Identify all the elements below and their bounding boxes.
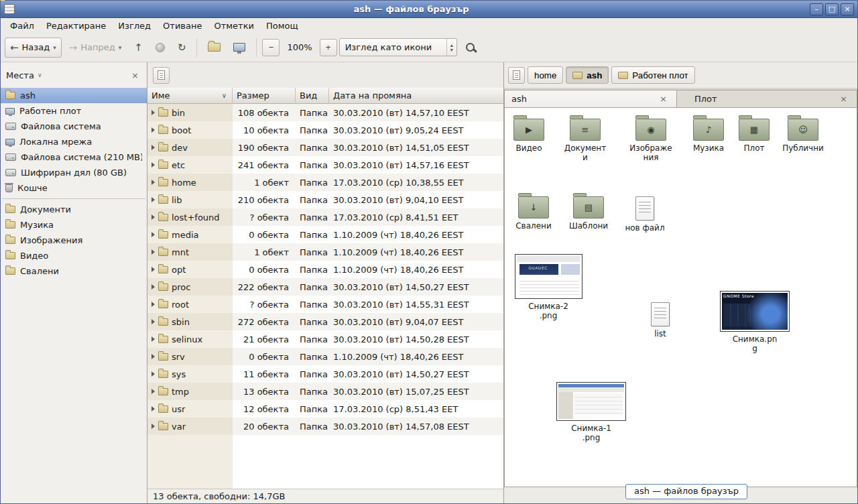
table-row[interactable]: var 20 обекта Папка 30.03.2010 (вт) 14,5… xyxy=(147,418,503,435)
expander-icon[interactable] xyxy=(151,232,155,237)
image-item[interactable]: GNOME Store Снимка.png xyxy=(718,291,792,353)
expander-icon[interactable] xyxy=(151,127,155,133)
pathbar-button[interactable]: home xyxy=(528,66,563,84)
table-row[interactable]: etc 241 обекта Папка 30.03.2010 (вт) 14,… xyxy=(147,156,503,174)
sidebar-item[interactable]: Локална мрежа xyxy=(1,134,147,149)
home-button[interactable] xyxy=(202,38,226,58)
expander-icon[interactable] xyxy=(151,389,155,394)
places-dropdown-icon[interactable]: ∨ xyxy=(38,72,42,78)
table-row[interactable]: root ? обекта Папка 30.03.2010 (вт) 14,5… xyxy=(147,296,503,313)
expander-icon[interactable] xyxy=(151,267,155,272)
menu-item[interactable]: Изглед xyxy=(113,19,156,32)
table-row[interactable]: tmp 13 обекта Папка 30.03.2010 (вт) 15,0… xyxy=(147,383,503,400)
expander-icon[interactable] xyxy=(151,319,155,324)
forward-dropdown-icon[interactable]: ▾ xyxy=(119,44,122,51)
folder-item[interactable]: ▦ Плот xyxy=(730,119,778,153)
table-row[interactable]: mnt 1 обект Папка 1.10.2009 (чт) 18,40,2… xyxy=(147,243,503,261)
table-row[interactable]: boot 10 обекта Папка 30.03.2010 (вт) 9,0… xyxy=(147,121,503,139)
zoom-in-button[interactable]: + xyxy=(320,39,337,56)
image-item[interactable]: Снимка-1.png xyxy=(554,382,628,442)
tab-close-icon[interactable]: × xyxy=(837,94,850,104)
reload-button[interactable]: ↻ xyxy=(172,38,192,58)
sidebar-item[interactable]: Свалени xyxy=(1,263,147,279)
places-close-icon[interactable]: × xyxy=(129,70,141,80)
expander-icon[interactable] xyxy=(151,214,155,220)
expander-icon[interactable] xyxy=(151,145,155,150)
stop-button[interactable] xyxy=(150,38,170,58)
search-button[interactable] xyxy=(459,37,482,58)
tab-plot[interactable]: Плот × xyxy=(677,90,857,107)
file-item[interactable]: list xyxy=(636,302,684,338)
back-button[interactable]: ← Назад ▾ xyxy=(5,38,62,58)
folder-item[interactable]: ≡ Документи xyxy=(561,119,609,162)
expander-icon[interactable] xyxy=(151,302,155,307)
folder-item[interactable]: ☺ Публични xyxy=(779,119,827,153)
tab-close-icon[interactable]: × xyxy=(657,94,670,104)
folder-item[interactable]: ▶ Видео xyxy=(505,119,553,153)
up-button[interactable]: ↑ xyxy=(129,38,148,58)
column-header-date[interactable]: Дата на промяна xyxy=(329,88,503,104)
expander-icon[interactable] xyxy=(151,354,155,359)
menu-item[interactable]: Отметки xyxy=(208,19,259,32)
sidebar-item[interactable]: Файлова система xyxy=(1,119,147,134)
table-row[interactable]: usr 12 обекта Папка 17.03.2010 (ср) 8,51… xyxy=(147,400,503,418)
expander-icon[interactable] xyxy=(151,424,155,429)
sidebar-item[interactable]: Работен плот xyxy=(1,103,147,119)
menu-item[interactable]: Редактиране xyxy=(41,19,111,32)
expander-icon[interactable] xyxy=(151,284,155,290)
expander-icon[interactable] xyxy=(151,406,155,412)
table-row[interactable]: lost+found ? обекта Папка 17.03.2010 (ср… xyxy=(147,208,503,226)
column-header-size[interactable]: Размер xyxy=(233,88,296,104)
close-button[interactable]: × xyxy=(841,3,854,15)
pathbar-button[interactable]: ash xyxy=(566,66,609,84)
menu-item[interactable]: Помощ xyxy=(261,19,304,32)
titlebar[interactable]: ash — файлов браузър – □ × xyxy=(1,1,857,18)
table-row[interactable]: home 1 обект Папка 17.03.2010 (ср) 10,38… xyxy=(147,174,503,191)
file-item[interactable]: нов файл xyxy=(621,196,669,233)
column-header-name[interactable]: Име ∨ xyxy=(147,88,233,104)
sidebar-item[interactable]: Файлова система (210 MB) xyxy=(1,149,147,165)
folder-item[interactable]: ▤ Шаблони xyxy=(564,196,613,231)
table-row[interactable]: selinux 21 обекта Папка 30.03.2010 (вт) … xyxy=(147,330,503,348)
table-row[interactable]: srv 0 обекта Папка 1.10.2009 (чт) 18,40,… xyxy=(147,348,503,365)
table-row[interactable]: media 0 обекта Папка 1.10.2009 (чт) 18,4… xyxy=(147,226,503,243)
forward-button[interactable]: → Напред ▾ xyxy=(64,38,127,58)
menu-item[interactable]: Файл xyxy=(5,19,40,32)
back-dropdown-icon[interactable]: ▾ xyxy=(53,44,56,51)
tab-ash[interactable]: ash × xyxy=(504,90,677,107)
table-row[interactable]: sys 11 обекта Папка 30.03.2010 (вт) 14,5… xyxy=(147,365,503,383)
expander-icon[interactable] xyxy=(151,197,155,202)
sidebar-item[interactable]: Кошче xyxy=(1,180,147,196)
expander-icon[interactable] xyxy=(151,162,155,168)
sidebar-item[interactable]: Музика xyxy=(1,217,147,233)
sidebar-item[interactable]: Документи xyxy=(1,202,147,217)
table-row[interactable]: opt 0 обекта Папка 1.10.2009 (чт) 18,40,… xyxy=(147,261,503,278)
zoom-out-button[interactable]: − xyxy=(262,39,280,56)
folder-item[interactable]: ↓ Свалени xyxy=(509,196,558,231)
combo-spinner-icon[interactable]: ▴▾ xyxy=(446,39,456,56)
computer-button[interactable] xyxy=(228,38,251,58)
expander-icon[interactable] xyxy=(151,180,155,185)
table-row[interactable]: sbin 272 обекта Папка 30.03.2010 (вт) 9,… xyxy=(147,313,503,330)
sidebar-item[interactable]: Шифриран дял (80 GB) xyxy=(1,165,147,180)
pathbar-button[interactable]: Работен плот xyxy=(611,66,694,84)
view-mode-select[interactable]: Изглед като икони ▴▾ xyxy=(339,38,457,56)
table-row[interactable]: bin 108 обекта Папка 30.03.2010 (вт) 14,… xyxy=(147,104,503,121)
folder-item[interactable]: ♪ Музика xyxy=(684,119,733,153)
table-row[interactable]: lib 210 обекта Папка 30.03.2010 (вт) 9,0… xyxy=(147,191,503,208)
table-row[interactable]: dev 190 обекта Папка 30.03.2010 (вт) 14,… xyxy=(147,139,503,156)
sidebar-item[interactable]: Видео xyxy=(1,248,147,263)
expander-icon[interactable] xyxy=(151,110,155,115)
sidebar-item[interactable]: ash xyxy=(1,88,147,103)
pane-location-button[interactable] xyxy=(153,67,170,84)
icon-view[interactable]: ▶ Видео ≡ Документи ◉ Изображения ♪ Музи… xyxy=(504,108,857,487)
menu-item[interactable]: Отиване xyxy=(158,19,207,32)
image-item[interactable]: GUADEC Снимка-2.png xyxy=(511,254,585,320)
folder-item[interactable]: ◉ Изображения xyxy=(627,119,675,162)
minimize-button[interactable]: – xyxy=(810,3,823,15)
column-header-type[interactable]: Вид xyxy=(296,88,329,104)
table-row[interactable]: proc 222 обекта Папка 30.03.2010 (вт) 14… xyxy=(147,278,503,296)
maximize-button[interactable]: □ xyxy=(825,3,839,15)
pathbar-scroll-button[interactable] xyxy=(508,67,525,84)
expander-icon[interactable] xyxy=(151,336,155,342)
